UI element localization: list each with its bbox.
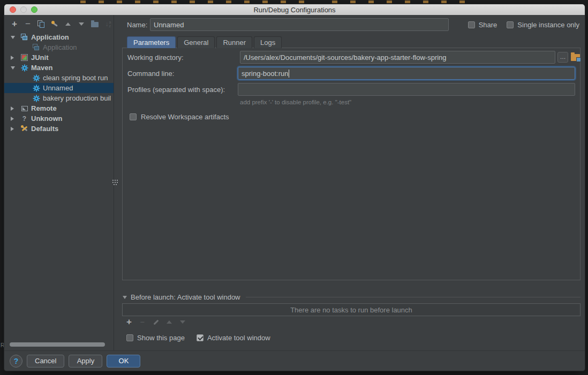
move-down-icon[interactable] xyxy=(78,20,85,28)
share-checkbox[interactable] xyxy=(468,21,475,28)
tab-parameters[interactable]: Parameters xyxy=(127,36,176,48)
tree-item-defaults[interactable]: Defaults xyxy=(4,124,114,134)
application-icon xyxy=(32,43,40,51)
move-up-icon[interactable] xyxy=(64,20,72,28)
tree-item-maven-group[interactable]: Maven xyxy=(4,63,114,73)
insert-path-variable-folder-icon[interactable] xyxy=(571,54,580,61)
zoom-window-button[interactable] xyxy=(31,6,37,13)
add-configuration-icon[interactable]: + xyxy=(11,20,18,28)
remote-icon xyxy=(20,104,28,112)
add-task-icon[interactable]: + xyxy=(125,318,133,326)
maven-gear-icon xyxy=(32,74,40,82)
cancel-button[interactable]: Cancel xyxy=(27,355,64,368)
parameters-panel: Working directory: … Command line: sprin… xyxy=(122,48,581,280)
before-launch-header[interactable]: Before launch: Activate tool window xyxy=(123,294,581,301)
activate-tool-window-checkbox[interactable] xyxy=(197,334,203,341)
application-icon xyxy=(20,33,28,41)
command-line-input[interactable]: spring-boot:run xyxy=(238,67,575,80)
remove-configuration-icon[interactable]: − xyxy=(24,20,32,28)
single-instance-checkbox[interactable] xyxy=(507,21,514,28)
sort-configurations-icon: ↓az xyxy=(104,20,112,28)
before-launch-title: Before launch: Activate tool window xyxy=(131,293,240,301)
dialog-title: Run/Debug Configurations xyxy=(253,6,335,14)
working-directory-input[interactable] xyxy=(240,51,555,64)
chevron-right-icon[interactable] xyxy=(11,117,14,121)
help-button[interactable]: ? xyxy=(10,355,22,368)
help-question-icon: ? xyxy=(14,357,19,365)
chevron-right-icon[interactable] xyxy=(11,127,14,131)
close-window-button[interactable] xyxy=(10,6,16,13)
profiles-input[interactable] xyxy=(238,83,575,96)
remove-task-icon: − xyxy=(139,318,146,326)
background-window-artifact xyxy=(332,1,471,3)
command-line-label: Command line: xyxy=(127,70,240,78)
maven-gear-icon xyxy=(20,64,28,72)
before-launch-task-list[interactable]: There are no tasks to run before launch xyxy=(122,303,581,316)
defaults-tools-icon xyxy=(20,125,28,133)
background-window-artifact xyxy=(80,1,305,3)
tree-item-application-child[interactable]: Application xyxy=(4,42,114,52)
move-task-up-icon xyxy=(165,318,173,326)
junit-icon xyxy=(20,53,28,62)
browse-directory-button[interactable]: … xyxy=(557,52,568,63)
apply-button[interactable]: Apply xyxy=(69,355,102,368)
tree-item-unknown[interactable]: ? Unknown xyxy=(4,113,114,124)
text-caret xyxy=(289,70,289,78)
show-this-page-checkbox-item[interactable]: Show this page xyxy=(126,334,185,342)
share-label: Share xyxy=(479,21,497,29)
profiles-label: Profiles (separated with space): xyxy=(127,86,240,94)
resolve-workspace-checkbox-item[interactable]: Resolve Workspace artifacts xyxy=(130,113,580,121)
copy-configuration-icon[interactable] xyxy=(37,20,45,28)
ok-button[interactable]: OK xyxy=(107,355,140,368)
configurations-tree: Application Application JUnit Maven xyxy=(4,32,114,134)
configuration-editor: Name: Share Single instance only Paramet… xyxy=(122,15,581,342)
run-debug-configurations-dialog: Run/Debug Configurations + − ↓az xyxy=(4,4,585,371)
parameter-tabs: Parameters General Runner Logs xyxy=(127,36,581,48)
activate-tool-window-label: Activate tool window xyxy=(207,334,270,342)
tree-item-unnamed-selected[interactable]: Unnamed xyxy=(4,83,114,93)
splitter-handle[interactable] xyxy=(112,177,118,188)
new-folder-icon[interactable] xyxy=(91,20,99,28)
resolve-workspace-label: Resolve Workspace artifacts xyxy=(141,113,229,121)
resolve-workspace-checkbox[interactable] xyxy=(130,113,137,120)
tree-item-junit[interactable]: JUnit xyxy=(4,52,114,63)
name-input[interactable] xyxy=(150,18,449,31)
tree-item-remote[interactable]: Remote xyxy=(4,103,114,113)
share-checkbox-item[interactable]: Share xyxy=(468,21,497,29)
horizontal-scrollbar[interactable] xyxy=(10,342,105,347)
before-launch-toolbar: + − xyxy=(125,318,581,326)
empty-tasks-text: There are no tasks to run before launch xyxy=(290,306,412,314)
edit-task-icon xyxy=(152,318,160,326)
chevron-right-icon[interactable] xyxy=(11,56,14,60)
chevron-down-icon[interactable] xyxy=(11,36,15,39)
tree-item-bakery-production-build[interactable]: bakery production buil xyxy=(4,93,114,103)
show-this-page-checkbox[interactable] xyxy=(126,334,133,341)
maven-gear-icon xyxy=(32,84,40,92)
chevron-right-icon[interactable] xyxy=(11,106,14,111)
section-divider xyxy=(246,297,581,297)
maven-gear-icon xyxy=(32,94,40,102)
name-label: Name: xyxy=(127,21,150,29)
sidebar-toolbar: + − ↓az xyxy=(11,20,114,28)
single-instance-label: Single instance only xyxy=(517,21,579,29)
single-instance-checkbox-item[interactable]: Single instance only xyxy=(507,21,579,29)
profiles-hint: add prefix '-' to disable profile, e.g. … xyxy=(240,99,580,105)
tab-runner[interactable]: Runner xyxy=(216,36,252,48)
chevron-down-icon[interactable] xyxy=(11,66,15,70)
tab-logs[interactable]: Logs xyxy=(254,36,282,48)
dialog-titlebar[interactable]: Run/Debug Configurations xyxy=(4,4,585,15)
dialog-footer: ? Cancel Apply OK xyxy=(4,350,585,371)
edit-defaults-icon[interactable] xyxy=(51,20,58,28)
show-this-page-label: Show this page xyxy=(137,334,185,342)
activate-tool-window-checkbox-item[interactable]: Activate tool window xyxy=(197,334,270,342)
move-task-down-icon xyxy=(179,318,186,326)
tree-item-application-group[interactable]: Application xyxy=(4,32,114,42)
tab-general[interactable]: General xyxy=(177,36,215,48)
unknown-question-icon: ? xyxy=(20,114,28,123)
collapse-section-icon[interactable] xyxy=(123,296,127,299)
working-directory-label: Working directory: xyxy=(127,53,240,62)
configurations-sidebar: + − ↓az Application xyxy=(4,15,114,350)
minimize-window-button[interactable] xyxy=(20,6,27,13)
tree-item-clean-spring-boot-run[interactable]: clean spring boot run xyxy=(4,73,114,83)
